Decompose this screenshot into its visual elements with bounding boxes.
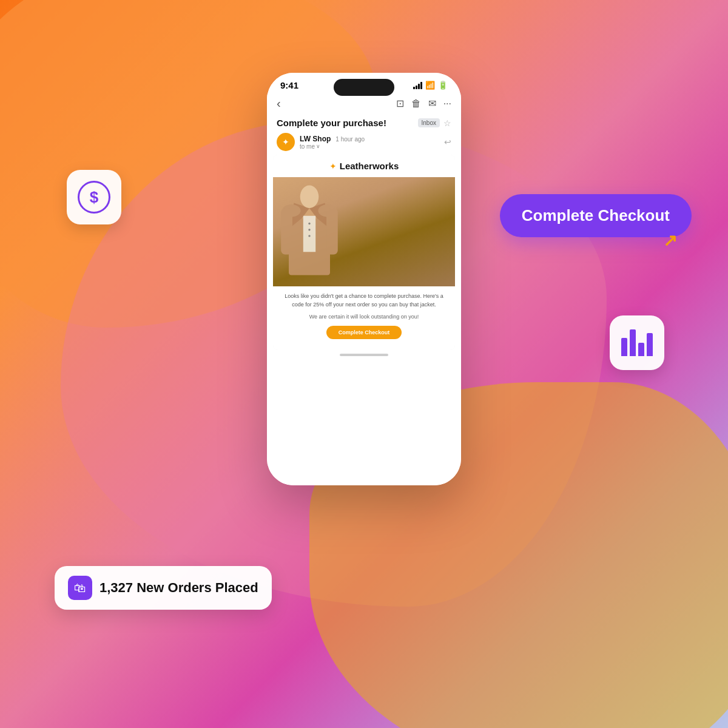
checkout-bubble[interactable]: Complete Checkout ↗ [500, 194, 692, 237]
battery-icon: 🔋 [438, 81, 448, 90]
signal-icon [413, 82, 422, 89]
sender-name: LW Shop [300, 135, 331, 143]
cursor-icon: ↗ [663, 231, 677, 251]
checkout-bubble-label: Complete Checkout [522, 206, 670, 224]
chart-bar-2 [630, 329, 636, 356]
svg-rect-10 [281, 208, 292, 255]
email-subject: Complete your purchase! [277, 118, 386, 128]
sender-to: to me [300, 143, 315, 150]
svg-point-12 [300, 186, 319, 208]
more-icon[interactable]: ··· [443, 98, 451, 109]
inbox-badge: Inbox [418, 118, 440, 127]
orders-bag-icon: 🛍 [68, 576, 92, 600]
svg-rect-4 [303, 216, 315, 252]
status-icons: 📶 🔋 [413, 81, 448, 90]
home-bar [340, 354, 388, 356]
brand-name: Leatherworks [340, 161, 399, 171]
svg-rect-11 [326, 208, 338, 255]
jacket-illustration [273, 177, 346, 280]
svg-point-6 [308, 229, 310, 231]
chart-bar-4 [647, 333, 653, 356]
star-icon[interactable]: ☆ [443, 118, 451, 128]
chart-bars [621, 329, 653, 356]
back-icon[interactable]: ‹ [277, 96, 281, 110]
email-body: ✦ Leatherworks [273, 155, 455, 350]
email-toolbar: ‹ ⊡ 🗑 ✉ ··· [267, 93, 461, 114]
sender-avatar: ✦ [277, 133, 295, 151]
sender-info: LW Shop 1 hour ago to me ∨ [300, 135, 439, 150]
brand-diamond-icon: ✦ [329, 161, 337, 171]
wifi-icon: 📶 [425, 81, 435, 90]
sender-logo: ✦ [282, 137, 289, 147]
phone-notch [334, 79, 394, 96]
reply-icon[interactable]: ↩ [444, 137, 451, 147]
chart-bar-3 [638, 343, 644, 356]
sender-time: 1 hour ago [335, 136, 365, 143]
archive-icon[interactable]: ⊡ [396, 98, 404, 109]
chart-card [610, 315, 664, 370]
sender-row: ✦ LW Shop 1 hour ago to me ∨ ↩ [267, 129, 461, 155]
toolbar-action-icons: ⊡ 🗑 ✉ ··· [396, 98, 451, 109]
email-subject-row: Complete your purchase! Inbox ☆ [267, 114, 461, 129]
dollar-card: $ [67, 170, 121, 224]
orders-card: 🛍 1,327 New Orders Placed [55, 566, 272, 610]
phone-frame: 9:41 📶 🔋 ‹ ⊡ 🗑 ✉ [267, 73, 461, 485]
mail-icon[interactable]: ✉ [428, 98, 436, 109]
product-image [273, 177, 455, 286]
email-sub-text: We are certain it will look outstanding … [281, 314, 447, 320]
status-time: 9:41 [280, 80, 298, 90]
svg-point-5 [308, 223, 310, 224]
dollar-circle-icon: $ [78, 181, 110, 214]
email-promo-text: Looks like you didn't get a chance to co… [281, 292, 447, 309]
email-text-section: Looks like you didn't get a chance to co… [273, 286, 455, 350]
chart-bar-1 [621, 338, 627, 356]
phone-screen: 9:41 📶 🔋 ‹ ⊡ 🗑 ✉ [267, 73, 461, 485]
delete-icon[interactable]: 🗑 [411, 98, 421, 109]
scene: $ 9:41 📶 🔋 [0, 0, 728, 728]
orders-count-text: 1,327 New Orders Placed [99, 580, 258, 596]
email-checkout-button[interactable]: Complete Checkout [326, 326, 402, 339]
brand-header: ✦ Leatherworks [273, 155, 455, 177]
svg-point-7 [308, 235, 310, 237]
